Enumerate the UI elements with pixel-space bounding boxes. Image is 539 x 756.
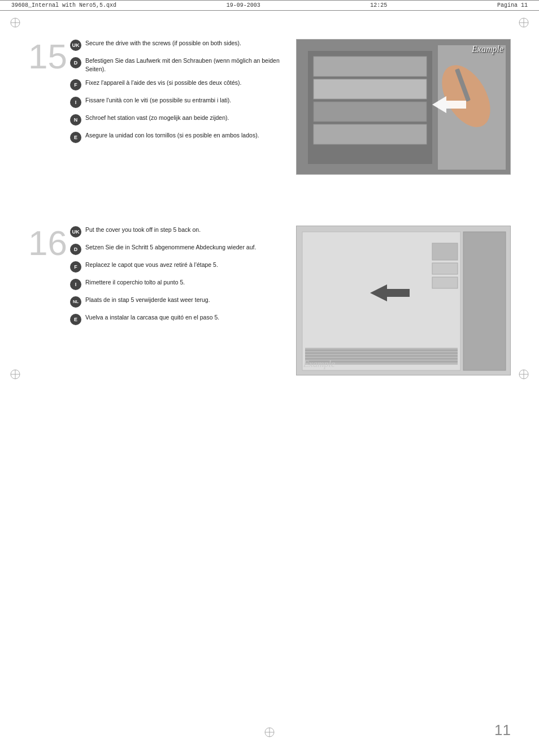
lang-badge-fr-16: F — [70, 261, 81, 273]
page-content: 15 UK Secure the drive with the screws (… — [0, 11, 539, 404]
lang-badge-es-15: E — [70, 132, 81, 143]
lang-badge-es-16: E — [70, 314, 81, 325]
svg-rect-29 — [432, 263, 458, 274]
step-15-de-text: Befestigen Sie das Laufwerk mit den Schr… — [85, 57, 288, 73]
step-15-nl: N Schroef het station vast (zo mogelijk … — [70, 114, 288, 126]
header-time: 12:25 — [370, 2, 387, 8]
step-15-fr-text: Fixez l'appareil à l'aide des vis (si po… — [85, 79, 242, 87]
step-15-instructions: UK Secure the drive with the screws (if … — [70, 39, 296, 149]
step-16-section: 16 UK Put the cover you took off in step… — [28, 226, 511, 375]
svg-rect-33 — [305, 352, 458, 354]
header-pagina: Pagina 11 — [497, 2, 528, 8]
page-number: 11 — [494, 722, 511, 739]
step-15-example-label: Example — [472, 44, 503, 54]
lang-badge-uk-16: UK — [70, 226, 81, 237]
step-16-de-text: Setzen Sie die in Schritt 5 abgenommene … — [85, 243, 256, 252]
step-15-fr: F Fixez l'appareil à l'aide des vis (si … — [70, 79, 288, 90]
lang-badge-nl-16: NL — [70, 296, 81, 308]
header-bar: 39608_Internal with Nero5,5.qxd 19-09-20… — [0, 0, 539, 11]
step-15-number: 15 — [28, 39, 67, 74]
step-15-uk-text: Secure the drive with the screws (if pos… — [85, 39, 241, 47]
step-16-it: I Rimettere il coperchio tolto al punto … — [70, 278, 288, 290]
step-15-illustration — [297, 40, 511, 175]
lang-badge-uk-15: UK — [70, 40, 81, 51]
step-16-es: E Vuelva a instalar la carcasa que quitó… — [70, 313, 288, 325]
step-15-nl-text: Schroef het station vast (zo mogelijk aa… — [85, 114, 229, 122]
step-16-fr: F Replacez le capot que vous avez retiré… — [70, 261, 288, 273]
step-15-image: Example — [296, 39, 511, 175]
svg-rect-19 — [314, 102, 427, 122]
step-16-it-text: Rimettere il coperchio tolto al punto 5. — [85, 278, 185, 287]
svg-rect-18 — [314, 79, 427, 99]
svg-rect-30 — [432, 277, 458, 288]
svg-rect-32 — [305, 349, 458, 351]
step-15-uk: UK Secure the drive with the screws (if … — [70, 39, 288, 51]
step-16-uk-text: Put the cover you took off in step 5 bac… — [85, 226, 201, 234]
step-15-section: 15 UK Secure the drive with the screws (… — [28, 39, 511, 175]
step-16-image: Example — [296, 226, 511, 375]
svg-rect-27 — [463, 232, 506, 370]
step-15-es-text: Asegure la unidad con los tornillos (si … — [85, 131, 259, 140]
step-15-es: E Asegure la unidad con los tornillos (s… — [70, 131, 288, 143]
step-16-nl-text: Plaats de in stap 5 verwijderde kast wee… — [85, 296, 210, 304]
step-16-nl: NL Plaats de in stap 5 verwijderde kast … — [70, 296, 288, 308]
step-15-it: I Fissare l'unità con le viti (se possib… — [70, 96, 288, 108]
lang-badge-fr-15: F — [70, 79, 81, 90]
step-spacer — [28, 192, 511, 226]
step-15-de: D Befestigen Sie das Laufwerk mit den Sc… — [70, 57, 288, 73]
lang-badge-it-16: I — [70, 279, 81, 290]
step-16-instructions: UK Put the cover you took off in step 5 … — [70, 226, 296, 331]
svg-rect-17 — [314, 57, 427, 76]
step-16-number: 16 — [28, 226, 67, 261]
step-15-it-text: Fissare l'unità con le viti (se possibil… — [85, 96, 231, 105]
step-16-illustration — [297, 226, 511, 375]
svg-rect-34 — [305, 355, 458, 357]
lang-badge-it-15: I — [70, 97, 81, 108]
lang-badge-nl-15: N — [70, 114, 81, 126]
step-16-de: D Setzen Sie die in Schritt 5 abgenommen… — [70, 243, 288, 255]
reg-mark-bc — [263, 725, 276, 739]
step-16-fr-text: Replacez le capot que vous avez retiré à… — [85, 261, 218, 269]
lang-badge-de-15: D — [70, 57, 81, 68]
lang-badge-de-16: D — [70, 244, 81, 255]
svg-rect-28 — [432, 243, 458, 260]
header-date: 19-09-2003 — [227, 2, 260, 8]
header-filename: 39608_Internal with Nero5,5.qxd — [11, 2, 116, 8]
step-16-es-text: Vuelva a instalar la carcasa que quitó e… — [85, 313, 219, 322]
svg-rect-20 — [314, 124, 427, 144]
step-16-uk: UK Put the cover you took off in step 5 … — [70, 226, 288, 237]
step-16-example-label: Example — [303, 359, 335, 369]
